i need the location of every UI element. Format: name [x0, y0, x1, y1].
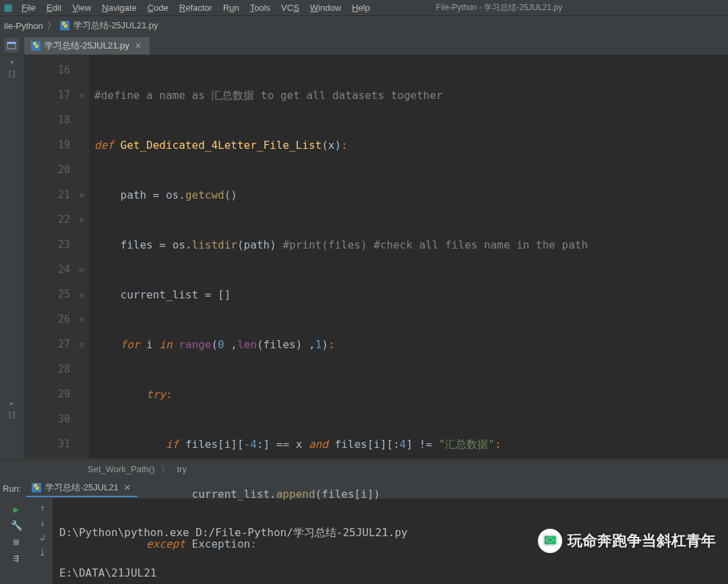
code-editor[interactable]: #define a name as 汇总数据 to get all datase… [89, 55, 728, 459]
fold-gutter: ⊖ ⊖ ⊖ ⊟ ⊖ ⊟ ⊟ [74, 55, 89, 459]
python-file-icon [60, 21, 69, 30]
editor-tab-label: 学习总结-25JUL21.py [44, 40, 129, 52]
layout-icon[interactable]: ⇶ [9, 551, 23, 564]
breadcrumb: ile-Python 〉 学习总结-25JUL21.py [0, 16, 728, 35]
wechat-icon: ✉ [538, 529, 562, 553]
menu-tools[interactable]: Tools [245, 3, 276, 13]
line-number: 17 [24, 83, 70, 108]
structure-item[interactable]: [] [0, 70, 24, 82]
editor-tab[interactable]: 学习总结-25JUL21.py ✕ [24, 37, 150, 55]
svg-rect-2 [7, 42, 16, 44]
line-number: 22 [24, 207, 70, 232]
close-icon[interactable]: ✕ [133, 41, 143, 51]
line-number: 16 [24, 58, 70, 83]
python-file-icon [31, 41, 40, 51]
line-number: 30 [24, 407, 70, 432]
watermark: ✉ 玩命奔跑争当斜杠青年 [538, 529, 716, 553]
line-number: 25 [24, 282, 70, 307]
editor-area: ▾ [] ▸ [] 16 17 18 19 20 21 22 23 24 25 … [0, 55, 728, 459]
chevron-right-icon[interactable]: ▸ [0, 399, 24, 411]
chevron-down-icon[interactable]: ▾ [0, 58, 24, 70]
code-comment: #define a name as 汇总数据 to get all datase… [94, 89, 443, 102]
fold-end[interactable]: ⊟ [74, 307, 89, 332]
line-number: 31 [24, 432, 70, 457]
window-title: File-Python - 学习总结-25JUL21.py [436, 2, 562, 13]
console-toolbar: ↑ ↓ ↲ ⤓ [32, 498, 53, 584]
down-icon[interactable]: ↓ [40, 517, 45, 528]
editor-tab-bar: 学习总结-25JUL21.py ✕ [0, 35, 728, 55]
line-number: 28 [24, 357, 70, 382]
run-label: Run: [3, 484, 21, 494]
menu-code[interactable]: Code [142, 3, 174, 13]
fold-end[interactable]: ⊟ [74, 257, 89, 282]
menu-view[interactable]: View [67, 3, 96, 13]
fold-marker[interactable]: ⊖ [74, 282, 89, 307]
line-number: 26 [24, 307, 70, 332]
line-number-gutter: 16 17 18 19 20 21 22 23 24 25 26 27 28 2… [24, 55, 74, 459]
structure-item[interactable]: [] [0, 411, 24, 423]
scroll-icon[interactable]: ⤓ [38, 547, 47, 558]
menu-navigate[interactable]: Navigate [96, 3, 142, 13]
run-button[interactable]: ▶ [9, 502, 23, 516]
line-number: 27 [24, 332, 70, 357]
structure-gutter: ▾ [] ▸ [] [0, 55, 24, 459]
menu-bar: File Edit View Navigate Code Refactor Ru… [0, 0, 728, 16]
python-file-icon [32, 483, 41, 492]
watermark-text: 玩命奔跑争当斜杠青年 [568, 531, 716, 551]
project-view-icon[interactable] [4, 38, 19, 53]
fold-marker[interactable]: ⊖ [74, 207, 89, 232]
app-icon [4, 4, 12, 12]
menu-window[interactable]: Window [305, 3, 346, 13]
settings-icon[interactable]: 🔧 [9, 519, 23, 532]
menu-vcs[interactable]: VCS [276, 3, 305, 13]
breadcrumb-project[interactable]: ile-Python [4, 21, 43, 31]
stop-icon[interactable]: ■ [9, 535, 23, 548]
line-number: 20 [24, 158, 70, 183]
line-number: 29 [24, 382, 70, 407]
line-number: 23 [24, 232, 70, 257]
breadcrumb-file[interactable]: 学习总结-25JUL21.py [73, 20, 158, 32]
line-number: 21 [24, 183, 70, 207]
menu-refactor[interactable]: Refactor [174, 3, 218, 13]
run-toolbar: ▶ 🔧 ■ ⇶ [0, 498, 32, 584]
line-number: 18 [24, 108, 70, 133]
line-number: 19 [24, 133, 70, 158]
menu-help[interactable]: Help [346, 3, 375, 13]
soft-wrap-icon[interactable]: ↲ [40, 532, 45, 543]
up-icon[interactable]: ↑ [40, 502, 45, 513]
menu-run[interactable]: Run [218, 3, 245, 13]
fold-end[interactable]: ⊟ [74, 332, 89, 357]
fold-marker[interactable]: ⊖ [74, 183, 89, 207]
chevron-right-icon: 〉 [47, 20, 56, 32]
menu-edit[interactable]: Edit [41, 3, 67, 13]
line-number: 24 [24, 257, 70, 282]
menu-file[interactable]: File [16, 3, 41, 13]
fold-marker[interactable]: ⊖ [74, 83, 89, 108]
